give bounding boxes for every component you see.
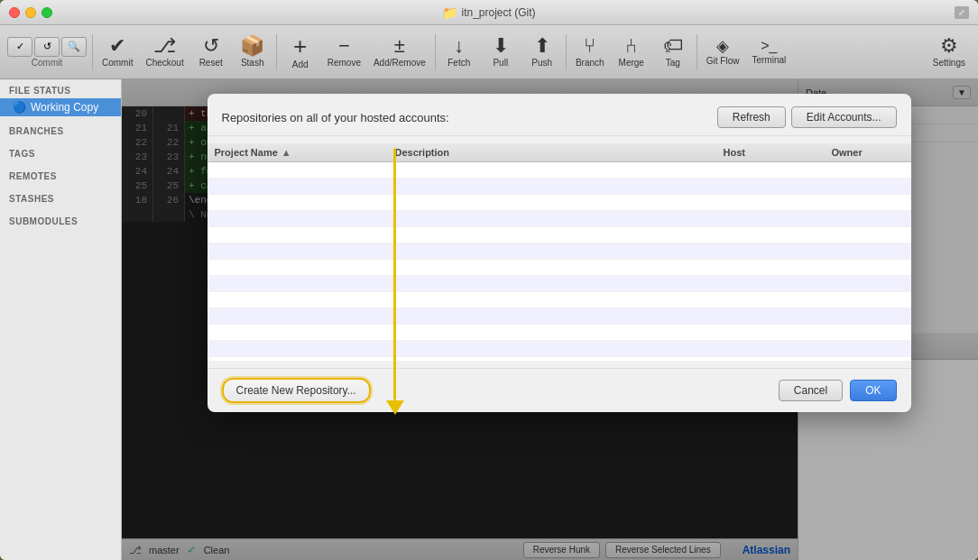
branches-header: BRANCHES <box>0 124 121 139</box>
sort-arrow-icon: ▲ <box>281 147 291 158</box>
minimize-button[interactable] <box>25 7 36 18</box>
remotes-section: REMOTES <box>0 165 121 188</box>
toolbar-gitflow[interactable]: ◈ Git Flow <box>701 34 745 69</box>
view-check-btn[interactable]: ✓ <box>7 37 32 57</box>
working-copy-icon: 🔵 <box>13 101 26 114</box>
merge-icon: ⑃ <box>625 36 637 56</box>
merge-label: Merge <box>619 58 644 68</box>
table-row <box>208 260 911 276</box>
maximize-button[interactable] <box>42 7 52 18</box>
reset-label: Reset <box>199 58 223 68</box>
folder-icon: 📁 <box>442 5 457 20</box>
toolbar-stash[interactable]: 📦 Stash <box>233 32 272 71</box>
ok-button[interactable]: OK <box>850 380 896 401</box>
table-row <box>208 308 911 325</box>
toolbar-fetch[interactable]: ↓ Fetch <box>439 32 479 71</box>
pull-label: Pull <box>493 58 508 68</box>
branch-label: Branch <box>576 58 604 68</box>
commit-label: Commit <box>102 58 133 68</box>
modal-table-header: Project Name ▲ Description Host Owner <box>208 143 911 162</box>
view-label: Commit <box>32 58 62 68</box>
branches-section: BRANCHES <box>0 120 121 142</box>
stashes-header: STASHES <box>0 191 121 207</box>
terminal-label: Terminal <box>752 55 786 65</box>
modal-header-buttons: Refresh Edit Accounts... <box>717 106 897 128</box>
remove-label: Remove <box>328 58 361 68</box>
edit-accounts-button[interactable]: Edit Accounts... <box>791 106 897 128</box>
close-button[interactable] <box>9 7 20 18</box>
traffic-lights <box>9 7 52 18</box>
table-row <box>208 276 911 292</box>
view-clock-btn[interactable]: ↺ <box>34 37 60 57</box>
toolbar-merge[interactable]: ⑃ Merge <box>612 32 651 71</box>
addremove-icon: ± <box>394 36 405 56</box>
toolbar-reset[interactable]: ↺ Reset <box>191 32 231 71</box>
toolbar-terminal[interactable]: >_ Terminal <box>746 35 791 69</box>
main-content: FILE STATUS 🔵 Working Copy BRANCHES TAGS… <box>0 79 978 560</box>
table-row <box>208 195 911 211</box>
tag-icon: 🏷 <box>663 36 683 56</box>
cancel-button[interactable]: Cancel <box>779 380 843 401</box>
table-row <box>208 243 911 260</box>
view-search-btn[interactable]: 🔍 <box>61 37 87 57</box>
toolbar-commit[interactable]: ✔ Commit <box>97 32 138 71</box>
window-title: 📁 itn_project (Git) <box>442 5 535 20</box>
main-toolbar: ✓ ↺ 🔍 Commit ✔ Commit ⎇ Checkout ↺ Reset… <box>0 25 978 79</box>
tag-label: Tag <box>666 58 680 68</box>
pull-icon: ⬇ <box>493 36 509 56</box>
table-row <box>208 292 911 308</box>
table-row <box>208 211 911 227</box>
fetch-label: Fetch <box>447 58 470 68</box>
modal-body: Project Name ▲ Description Host Owner <box>208 136 911 368</box>
hosted-repos-modal: Repositories on all of your hosted accou… <box>208 94 911 412</box>
gitflow-label: Git Flow <box>706 56 740 66</box>
toolbar-branch[interactable]: ⑂ Branch <box>570 32 610 71</box>
stash-label: Stash <box>241 58 264 68</box>
right-content: 20 + the question of how the network str… <box>122 79 978 560</box>
toolbar-addremove[interactable]: ± Add/Remove <box>368 32 431 71</box>
view-controls: ✓ ↺ 🔍 Commit <box>7 37 87 68</box>
file-status-section: FILE STATUS 🔵 Working Copy <box>0 79 121 120</box>
reset-icon: ↺ <box>203 36 219 56</box>
remove-icon: − <box>338 36 350 56</box>
col-host: Host <box>724 147 832 158</box>
tags-header: TAGS <box>0 146 121 161</box>
refresh-button[interactable]: Refresh <box>717 106 786 128</box>
table-row <box>208 162 911 179</box>
modal-action-buttons: Cancel OK <box>779 380 897 401</box>
push-label: Push <box>531 58 552 68</box>
titlebar: 📁 itn_project (Git) ⤢ <box>0 0 978 25</box>
commit-icon: ✔ <box>109 36 125 56</box>
sidebar-item-working-copy[interactable]: 🔵 Working Copy <box>0 98 121 116</box>
col-description: Description <box>395 147 724 158</box>
table-row <box>208 325 911 341</box>
addremove-label: Add/Remove <box>374 58 426 68</box>
toolbar-remove[interactable]: − Remove <box>322 32 366 71</box>
toolbar-push[interactable]: ⬆ Push <box>522 32 562 71</box>
toolbar-settings[interactable]: ⚙ Settings <box>927 32 971 71</box>
modal-header-text: Repositories on all of your hosted accou… <box>222 111 449 124</box>
modal-table-body <box>208 162 911 361</box>
branch-icon: ⑂ <box>584 36 595 56</box>
submodules-header: SUBMODULES <box>0 214 121 229</box>
submodules-section: SUBMODULES <box>0 210 121 233</box>
tags-section: TAGS <box>0 142 121 165</box>
table-row <box>208 179 911 195</box>
app-window: 📁 itn_project (Git) ⤢ ✓ ↺ 🔍 Commit ✔ Com… <box>0 0 978 560</box>
toolbar-add[interactable]: + Add <box>281 31 320 73</box>
gitflow-icon: ◈ <box>716 38 729 54</box>
modal-header: Repositories on all of your hosted accou… <box>208 94 911 136</box>
terminal-icon: >_ <box>761 39 777 53</box>
toolbar-tag[interactable]: 🏷 Tag <box>653 32 693 71</box>
push-icon: ⬆ <box>534 36 550 56</box>
toolbar-pull[interactable]: ⬇ Pull <box>481 32 521 71</box>
window-resize-icon[interactable]: ⤢ <box>955 6 969 19</box>
checkout-label: Checkout <box>145 58 183 68</box>
fetch-icon: ↓ <box>454 36 464 56</box>
file-status-header: FILE STATUS <box>0 83 121 98</box>
toolbar-checkout[interactable]: ⎇ Checkout <box>140 32 189 71</box>
table-row <box>208 227 911 243</box>
create-repo-button[interactable]: Create New Repository... <box>222 378 371 403</box>
checkout-icon: ⎇ <box>153 36 176 56</box>
remotes-header: REMOTES <box>0 169 121 184</box>
